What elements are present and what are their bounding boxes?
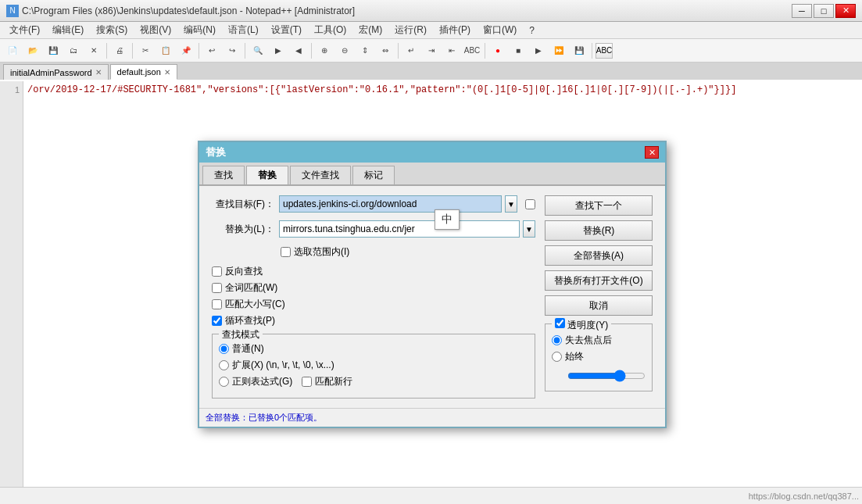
find-next-button[interactable]: 查找下一个 <box>545 195 653 216</box>
mode-regex: 正则表达式(G) 匹配新行 <box>219 375 528 388</box>
whole-word-checkbox[interactable] <box>212 283 222 293</box>
search-mode-content: 普通(N) 扩展(X) (\n, \r, \t, \0, \x...) 正则表达… <box>219 342 528 388</box>
replace-label: 替换为(L)： <box>212 223 274 236</box>
whole-word-label: 全词匹配(W) <box>225 281 277 295</box>
replace-open-button[interactable]: 替换所有打开文件(O) <box>545 270 653 291</box>
transparency-group: 透明度(Y) 失去焦点后 始终 <box>545 323 653 391</box>
dialog-body: 查找目标(F)： ▼ 替换为(L)： ▼ <box>199 186 665 408</box>
range-checkbox[interactable] <box>281 247 291 257</box>
transparency-slider[interactable] <box>567 370 646 382</box>
replace-all-button[interactable]: 全部替换(A) <box>545 245 653 266</box>
replace-button[interactable]: 替换(R) <box>545 220 653 241</box>
replace-input-wrap: ▼ <box>279 220 535 238</box>
reverse-option: 反向查找 <box>212 265 535 278</box>
find-dropdown[interactable]: ▼ <box>505 195 517 213</box>
mode-regex-radio[interactable] <box>219 377 229 387</box>
replace-dropdown[interactable]: ▼ <box>523 220 535 238</box>
mode-extended-radio[interactable] <box>219 360 229 370</box>
trans-always-label: 始终 <box>565 350 584 363</box>
replace-input[interactable] <box>279 220 520 238</box>
dialog-close-button[interactable]: ✕ <box>645 146 659 159</box>
transparency-checkbox[interactable] <box>555 318 565 328</box>
dlg-tab-filefind[interactable]: 文件查找 <box>290 166 351 184</box>
trans-focus-option: 失去焦点后 <box>552 334 646 347</box>
mode-extended-label: 扩展(X) (\n, \r, \t, \0, \x...) <box>232 359 334 372</box>
mode-extended: 扩展(X) (\n, \r, \t, \0, \x...) <box>219 359 528 372</box>
dialog-status-text: 全部替换：已替换0个匹配项。 <box>206 413 322 422</box>
dialog-main-row: 查找目标(F)： ▼ 替换为(L)： ▼ <box>212 195 653 399</box>
search-mode-title: 查找模式 <box>219 328 263 341</box>
range-row: 选取范围内(I) <box>281 245 535 259</box>
find-input-wrap: ▼ <box>279 195 517 213</box>
dlg-tab-replace[interactable]: 替换 <box>246 166 288 184</box>
button-panel: 查找下一个 替换(R) 全部替换(A) 替换所有打开文件(O) 取消 透明度(Y… <box>545 195 653 399</box>
trans-focus-label: 失去焦点后 <box>565 334 612 347</box>
loop-label: 循环查找(P) <box>225 314 275 327</box>
dialog-form: 查找目标(F)： ▼ 替换为(L)： ▼ <box>212 195 535 399</box>
reverse-checkbox[interactable] <box>212 266 222 277</box>
trans-always-option: 始终 <box>552 350 646 363</box>
whole-word-option: 全词匹配(W) <box>212 281 535 295</box>
match-newline-checkbox[interactable] <box>302 377 312 387</box>
loop-checkbox[interactable] <box>212 316 222 326</box>
dialog-tabs: 查找 替换 文件查找 标记 <box>199 163 665 186</box>
transparency-title: 透明度(Y) <box>552 318 611 332</box>
reverse-label: 反向查找 <box>225 265 263 278</box>
dialog-overlay: 替换 ✕ 查找 替换 文件查找 标记 查找目标(F)： <box>0 0 862 504</box>
mode-regex-label: 正则表达式(G) <box>232 375 292 388</box>
loop-option: 循环查找(P) <box>212 314 535 327</box>
cancel-button[interactable]: 取消 <box>545 295 653 316</box>
mode-normal: 普通(N) <box>219 342 528 356</box>
dlg-tab-mark[interactable]: 标记 <box>352 166 395 184</box>
dlg-tab-find[interactable]: 查找 <box>202 166 245 184</box>
replace-row: 替换为(L)： ▼ <box>212 220 535 238</box>
mode-normal-radio[interactable] <box>219 344 229 354</box>
transparency-content: 失去焦点后 始终 <box>552 334 646 384</box>
trans-always-radio[interactable] <box>552 352 562 362</box>
find-label: 查找目标(F)： <box>212 198 274 211</box>
trans-focus-radio[interactable] <box>552 335 562 345</box>
find-row: 查找目标(F)： ▼ <box>212 195 535 213</box>
match-case-option: 匹配大小写(C) <box>212 298 535 311</box>
dialog-title-text: 替换 <box>206 145 226 159</box>
match-case-label: 匹配大小写(C) <box>225 298 285 311</box>
match-newline-label: 匹配新行 <box>315 375 352 388</box>
find-input[interactable] <box>279 195 502 213</box>
ime-indicator: 中 <box>435 209 460 230</box>
match-case-checkbox[interactable] <box>212 299 222 309</box>
dialog-titlebar: 替换 ✕ <box>199 142 665 163</box>
dialog-status: 全部替换：已替换0个匹配项。 <box>199 408 665 427</box>
search-mode-group: 查找模式 普通(N) 扩展(X) (\n, \r, \t, \0, \x...) <box>212 334 535 399</box>
find-checkbox[interactable] <box>525 199 535 209</box>
mode-normal-label: 普通(N) <box>232 342 264 356</box>
replace-dialog: 替换 ✕ 查找 替换 文件查找 标记 查找目标(F)： <box>198 141 667 428</box>
range-label: 选取范围内(I) <box>294 245 349 259</box>
